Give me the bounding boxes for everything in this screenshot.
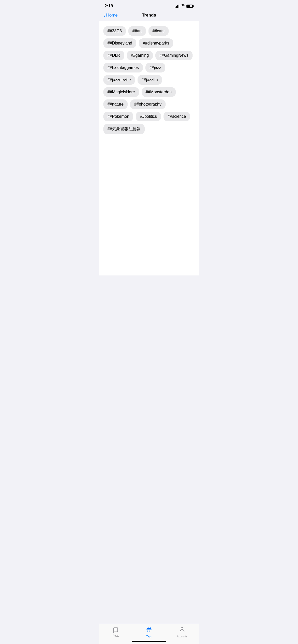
- tag-pill[interactable]: ##Pokemon: [103, 112, 133, 121]
- tag-pill[interactable]: ##MagicIsHere: [103, 87, 139, 97]
- wifi-icon: [181, 4, 185, 8]
- tag-pill[interactable]: ##DLR: [103, 51, 124, 60]
- empty-space: [99, 174, 199, 275]
- content-area: ##38C3##art##cats##Disneyland##disneypar…: [99, 21, 199, 174]
- back-label: Home: [106, 13, 118, 18]
- tag-pill[interactable]: ##nature: [103, 99, 128, 109]
- tag-pill[interactable]: ##cats: [148, 26, 169, 36]
- tag-pill[interactable]: ##gaming: [127, 51, 153, 60]
- battery-icon: [186, 5, 194, 8]
- tag-pill[interactable]: ##Monsterdon: [142, 87, 176, 97]
- tag-pill[interactable]: ##GamingNews: [155, 51, 193, 60]
- page-title: Trends: [142, 13, 156, 18]
- tag-pill[interactable]: ##気象警報注意報: [103, 124, 145, 134]
- status-icons: [175, 4, 194, 8]
- signal-icon: [175, 4, 179, 8]
- tags-container: ##38C3##art##cats##Disneyland##disneypar…: [103, 25, 195, 135]
- tag-pill[interactable]: ##science: [164, 112, 190, 121]
- nav-header: ‹ Home Trends: [99, 11, 199, 21]
- tag-pill[interactable]: ##jazzfm: [138, 75, 162, 85]
- tag-pill[interactable]: ##art: [128, 26, 146, 36]
- tag-pill[interactable]: ##disneyparks: [139, 38, 173, 48]
- status-time: 2:19: [104, 4, 113, 9]
- tag-pill[interactable]: ##Disneyland: [103, 38, 136, 48]
- back-chevron-icon: ‹: [103, 13, 105, 18]
- tag-pill[interactable]: ##photography: [130, 99, 166, 109]
- tag-pill[interactable]: ##politics: [136, 112, 161, 121]
- tag-pill[interactable]: ##38C3: [103, 26, 126, 36]
- tag-pill[interactable]: ##hashtaggames: [103, 63, 143, 72]
- tag-pill[interactable]: ##jazzdeville: [103, 75, 135, 85]
- back-button[interactable]: ‹ Home: [103, 13, 118, 18]
- status-bar: 2:19: [99, 0, 199, 11]
- tag-pill[interactable]: ##jazz: [145, 63, 165, 72]
